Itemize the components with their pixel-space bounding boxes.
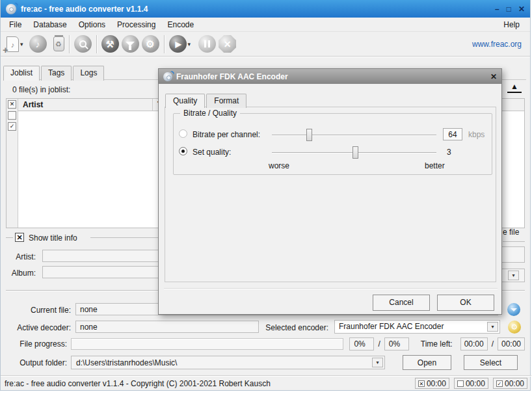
album-label: Album: [0, 269, 36, 278]
bitrate-radio[interactable] [179, 129, 187, 138]
menu-processing[interactable]: Processing [111, 18, 161, 31]
gear-glyph: ⚙ [511, 323, 518, 331]
section-rule [6, 237, 13, 238]
title-bar: fre:ac - free audio converter v1.1.4 – □… [1, 0, 530, 18]
stop-encoding-icon[interactable]: ✕ [219, 35, 236, 53]
time-left-label: Time left: [421, 339, 453, 349]
freac-website-link[interactable]: www.freac.org [472, 40, 524, 49]
tab-tags[interactable]: Tags [41, 66, 72, 81]
cancel-button[interactable]: Cancel [373, 295, 430, 311]
combo-arrow-icon[interactable]: ▾ [487, 322, 498, 332]
tab-quality[interactable]: Quality [165, 94, 205, 108]
bitrate-value[interactable]: 64 [443, 128, 462, 140]
pause-encoding-icon[interactable] [198, 35, 216, 53]
configure-processing-icon[interactable] [122, 35, 139, 53]
music-note-glyph: ♪ [36, 39, 40, 49]
bitrate-slider-thumb[interactable] [306, 129, 312, 141]
open-folder-button[interactable]: Open [403, 355, 451, 370]
pause-glyph [204, 40, 210, 47]
quality-slider[interactable] [272, 152, 436, 153]
menu-encode[interactable]: Encode [161, 18, 200, 31]
plus-glyph: + [3, 46, 8, 54]
maximize-icon[interactable]: □ [507, 5, 511, 14]
selected-encoder-value: Fraunhofer FDK AAC Encoder [339, 322, 444, 331]
dialog-tabstrip: Quality Format [165, 94, 248, 108]
tab-logs[interactable]: Logs [73, 66, 104, 81]
combo-arrow-icon[interactable]: ▾ [372, 358, 383, 367]
funnel-glyph [126, 42, 135, 46]
encoder-options-icon[interactable]: ⚙ [508, 321, 521, 334]
start-encoding-icon[interactable]: ▶ [169, 35, 187, 53]
doc-note-glyph: ♪ [11, 41, 15, 49]
toolbar-separator [96, 35, 97, 53]
add-files-icon[interactable]: ♪ + [7, 36, 19, 52]
menu-database[interactable]: Database [27, 18, 72, 31]
time-panel-total: ✓ 00:00 [493, 378, 527, 389]
eject-icon[interactable]: ▲ [507, 83, 522, 93]
bitrate-slider[interactable] [272, 135, 436, 136]
scale-better-label: better [425, 161, 445, 170]
group-title: Bitrate / Quality [180, 109, 240, 118]
recycle-glyph: ♻ [55, 40, 62, 48]
status-bar: fre:ac - free audio converter v1.1.4 - C… [1, 375, 531, 391]
select-folder-button[interactable]: Select [464, 355, 518, 370]
toggle-selection-icon[interactable]: ✓ [8, 122, 16, 131]
tab-format[interactable]: Format [206, 94, 246, 108]
funnel-glyph [511, 308, 517, 311]
select-all-icon[interactable]: ✕ [8, 100, 16, 109]
joblist-icon[interactable]: ♪ [29, 35, 47, 53]
time-value: 00:00 [505, 379, 524, 388]
menu-file[interactable]: File [3, 18, 27, 31]
play-glyph: ▶ [174, 40, 181, 49]
menu-options[interactable]: Options [73, 18, 111, 31]
quality-radio[interactable] [179, 147, 187, 155]
configure-settings-icon[interactable]: ⚒ [101, 35, 119, 53]
menu-help[interactable]: Help [496, 18, 527, 31]
app-logo-icon [6, 4, 16, 14]
scale-worse-label: worse [269, 161, 289, 170]
output-folder-label: Output folder: [1, 358, 71, 367]
window-title: fre:ac - free audio converter v1.1.4 [21, 5, 148, 14]
configure-encoder-icon[interactable]: ⚙ [142, 35, 159, 53]
progress-percent-2: 0% [384, 337, 409, 350]
dialog-tab-pane: Bitrate / Quality Bitrate per channel: 6… [165, 107, 496, 282]
slash-separator: / [490, 339, 495, 349]
tab-joblist[interactable]: Joblist [3, 66, 40, 81]
toolbar: ♪ + ▾ ♪ ♻ ⚒ ⚙ ▶ ▾ ✕ www.freac.org [1, 32, 530, 57]
dialog-title-bar: Fraunhofer FDK AAC Encoder ✕ [159, 69, 501, 84]
tools-glyph: ⚒ [106, 39, 114, 49]
select-none-icon[interactable] [8, 111, 16, 120]
current-file-label: Current file: [3, 306, 71, 315]
status-text: fre:ac - free audio converter v1.1.4 - C… [5, 379, 271, 388]
remove-files-icon[interactable]: ♻ [53, 36, 64, 51]
processing-options-icon[interactable] [507, 303, 520, 316]
toolbar-separator [69, 35, 70, 53]
toolbar-separator [164, 35, 165, 53]
time-panel-unselected: 00:00 [454, 378, 488, 389]
cddb-query-icon[interactable] [74, 35, 92, 53]
time-value: 00:00 [427, 379, 446, 388]
minimize-icon[interactable]: – [495, 5, 499, 14]
output-folder-combo[interactable]: d:\Users\tristanrhodes\Music\ ▾ [71, 356, 385, 369]
close-icon[interactable]: ✕ [518, 5, 525, 14]
add-files-dropdown-icon[interactable]: ▾ [20, 41, 23, 47]
selected-encoder-combo[interactable]: Fraunhofer FDK AAC Encoder ▾ [334, 320, 500, 334]
dialog-close-icon[interactable]: ✕ [490, 72, 497, 81]
ok-button[interactable]: OK [437, 295, 494, 311]
single-file-label-fragment: e file [503, 228, 519, 237]
combo-arrow-icon[interactable]: ▾ [508, 271, 519, 280]
show-title-info-checkbox[interactable]: ✕ [15, 233, 24, 242]
joblist-select-column: ✕ ✓ [7, 99, 18, 228]
quality-slider-thumb[interactable] [352, 146, 358, 159]
quality-label: Set quality: [193, 148, 231, 157]
start-encoding-dropdown-icon[interactable]: ▾ [188, 41, 191, 47]
joblist-count: 0 file(s) in joblist: [12, 85, 70, 94]
app-logo-icon [163, 72, 172, 81]
file-progress-label: File progress: [1, 339, 71, 349]
magnifier-glyph [79, 40, 86, 47]
file-progress-row: File progress: 0% / 0% Time left: 00:00 … [1, 337, 527, 350]
artist-label: Artist: [0, 252, 36, 261]
column-header-artist[interactable]: Artist [18, 99, 153, 111]
quality-value: 3 [447, 148, 451, 157]
dialog-divider [164, 288, 498, 289]
